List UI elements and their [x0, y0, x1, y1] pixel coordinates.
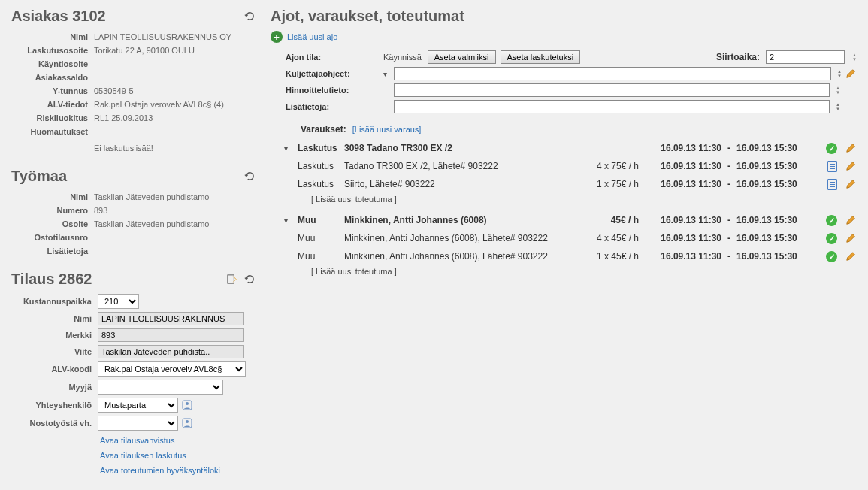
alvkoodi-select[interactable]: Rak.pal Ostaja verovelv AVL8c§ — [98, 361, 246, 377]
add-drive-link[interactable]: Lisää uusi ajo — [287, 32, 337, 41]
reservation-row: LaskutusTadano TR300 EX /2, Lähete# 9032… — [284, 157, 857, 175]
add-toteutuma-link[interactable]: [ Lisää uusi toteutuma ] — [311, 267, 857, 276]
reservation-row: LaskutusSiirto, Lähete# 9032221 x 75€ / … — [284, 175, 857, 193]
plus-icon[interactable]: + — [271, 31, 283, 43]
chevron-down-icon[interactable]: ▾ — [284, 144, 298, 153]
res-time-end: 16.09.13 15:30 — [736, 179, 819, 189]
res-title: Minkkinen, Antti Johannes (6008) — [344, 215, 571, 225]
res-time-start: 16.09.13 11:30 — [639, 161, 721, 171]
svg-rect-0 — [227, 275, 233, 283]
spinner[interactable]: ▲▼ — [852, 53, 857, 62]
add-toteutuma-link[interactable]: [ Lisää uusi toteutuma ] — [311, 195, 857, 204]
res-time-start: 16.09.13 11:30 — [639, 143, 721, 153]
res-type: Muu — [298, 215, 344, 225]
link-hyvaksynta[interactable]: Avaa toteutumien hyväksyntäloki — [100, 466, 220, 475]
viite-input[interactable] — [98, 345, 244, 358]
pencil-icon[interactable] — [845, 142, 857, 154]
res-type: Muu — [298, 233, 344, 243]
siirto-input[interactable] — [766, 50, 845, 64]
res-rate: 4 x 75€ / h — [571, 161, 639, 171]
res-time-end: 16.09.13 15:30 — [736, 251, 819, 262]
nimi-input[interactable] — [98, 312, 244, 325]
res-title: 3098 Tadano TR300 EX /2 — [344, 143, 571, 153]
merkki-input[interactable] — [98, 328, 244, 342]
varaukset-label: Varaukset: — [301, 124, 346, 135]
check-icon: ✓ — [826, 251, 837, 262]
hinnoittelu-input[interactable] — [394, 83, 830, 97]
customer-note: Ei laskutuslisää! — [94, 142, 256, 154]
refresh-icon[interactable] — [243, 171, 256, 183]
link-laskutus[interactable]: Avaa tilauksen laskutus — [100, 451, 186, 460]
res-type: Laskutus — [298, 179, 344, 189]
res-rate: 1 x 75€ / h — [571, 179, 639, 189]
customer-title: Asiakas 3102 — [11, 8, 256, 25]
check-icon: ✓ — [826, 143, 837, 154]
label: Nimi — [11, 31, 94, 43]
res-time-end: 16.09.13 15:30 — [736, 215, 819, 225]
spinner[interactable]: ▲▼ — [836, 86, 840, 95]
spinner[interactable]: ▲▼ — [837, 69, 842, 78]
link-vahvistus[interactable]: Avaa tilausvahvistus — [100, 436, 174, 445]
pencil-icon[interactable] — [845, 232, 857, 244]
contact-icon[interactable] — [181, 417, 193, 429]
res-desc: Tadano TR300 EX /2, Lähete# 903222 — [344, 161, 571, 171]
reservation-row: MuuMinkkinen, Antti Johannes (6008), Läh… — [284, 247, 857, 265]
kuljettaja-input[interactable] — [394, 67, 831, 80]
res-rate: 1 x 45€ / h — [571, 251, 639, 262]
res-time-start: 16.09.13 11:30 — [639, 233, 721, 243]
svg-point-4 — [186, 420, 189, 423]
document-icon[interactable] — [827, 179, 837, 190]
svg-point-2 — [186, 402, 189, 405]
check-icon: ✓ — [826, 215, 837, 226]
status-text: Käynnissä — [383, 53, 422, 62]
pencil-icon[interactable] — [845, 68, 857, 80]
reservation-row: MuuMinkkinen, Antti Johannes (6008), Läh… — [284, 229, 857, 247]
res-time-end: 16.09.13 15:30 — [736, 233, 819, 243]
res-desc: Minkkinen, Antti Johannes (6008), Lähete… — [344, 233, 571, 243]
pencil-icon[interactable] — [845, 160, 857, 172]
res-desc: Siirto, Lähete# 903222 — [344, 179, 571, 189]
reservation-header: ▾Laskutus3098 Tadano TR300 EX /216.09.13… — [284, 139, 857, 157]
res-time-start: 16.09.13 11:30 — [639, 251, 721, 262]
contact-icon[interactable] — [181, 399, 193, 411]
reservation-header: ▾MuuMinkkinen, Antti Johannes (6008)45€ … — [284, 211, 857, 229]
btn-laskute[interactable]: Aseta laskutetuksi — [501, 50, 581, 64]
spinner[interactable]: ▲▼ — [836, 102, 840, 111]
drives-title: Ajot, varaukset, toteutumat — [271, 8, 857, 25]
res-type: Laskutus — [298, 143, 344, 153]
res-type: Laskutus — [298, 161, 344, 171]
res-desc: Minkkinen, Antti Johannes (6008), Lähete… — [344, 251, 571, 262]
chevron-down-icon[interactable]: ▾ — [383, 70, 389, 78]
order-title: Tilaus 2862 — [11, 271, 256, 288]
pencil-icon[interactable] — [845, 250, 857, 262]
res-time-start: 16.09.13 11:30 — [639, 215, 721, 225]
nosto-select[interactable] — [98, 416, 178, 431]
document-icon[interactable] — [827, 161, 837, 172]
chevron-down-icon[interactable]: ▾ — [284, 216, 298, 225]
res-type: Muu — [298, 251, 344, 262]
check-icon: ✓ — [826, 233, 837, 244]
value: LAPIN TEOLLISUUSRAKENNUS OY — [94, 31, 256, 43]
edit-icon[interactable] — [225, 274, 237, 286]
worksite-title: Työmaa — [11, 168, 256, 185]
add-varaus-link[interactable]: [Lisää uusi varaus] — [352, 125, 422, 134]
pencil-icon[interactable] — [845, 178, 857, 190]
kustannus-select[interactable]: 210 — [98, 294, 139, 309]
myyja-select[interactable] — [98, 380, 223, 395]
res-time-start: 16.09.13 11:30 — [639, 179, 721, 189]
refresh-icon[interactable] — [243, 11, 256, 23]
pencil-icon[interactable] — [845, 214, 857, 226]
btn-valmis[interactable]: Aseta valmiiksi — [428, 50, 496, 64]
res-time-end: 16.09.13 15:30 — [736, 143, 819, 153]
res-rate: 4 x 45€ / h — [571, 233, 639, 243]
refresh-icon[interactable] — [243, 274, 256, 286]
res-rate: 45€ / h — [571, 215, 639, 225]
lisatietoja-input[interactable] — [394, 100, 830, 113]
res-time-end: 16.09.13 15:30 — [736, 161, 819, 171]
yhteys-select[interactable]: Mustaparta — [98, 398, 178, 413]
